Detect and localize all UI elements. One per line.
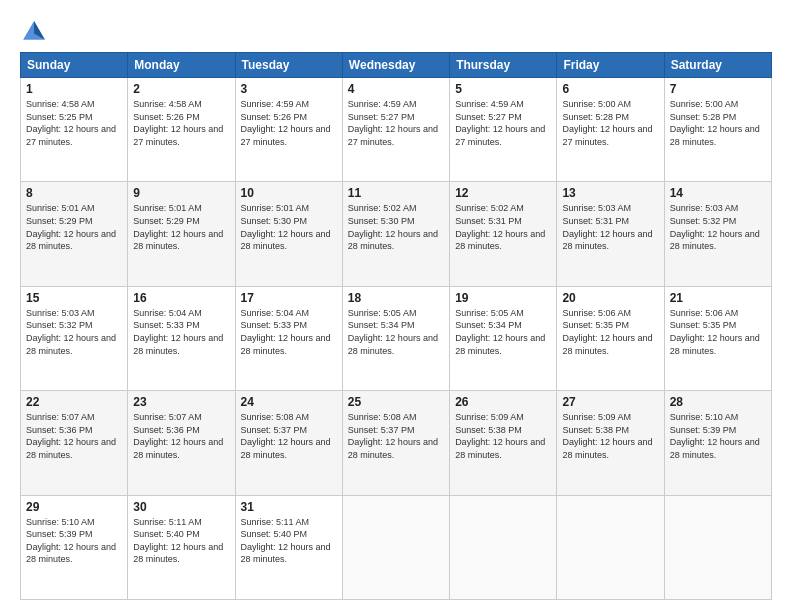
calendar-day-header: Tuesday: [235, 53, 342, 78]
calendar-day-cell: 7 Sunrise: 5:00 AM Sunset: 5:28 PM Dayli…: [664, 78, 771, 182]
logo: [20, 18, 52, 46]
calendar-table: SundayMondayTuesdayWednesdayThursdayFrid…: [20, 52, 772, 600]
day-info: Sunrise: 5:08 AM Sunset: 5:37 PM Dayligh…: [241, 411, 337, 461]
page: SundayMondayTuesdayWednesdayThursdayFrid…: [0, 0, 792, 612]
day-number: 27: [562, 395, 658, 409]
day-number: 14: [670, 186, 766, 200]
calendar-day-cell: [557, 495, 664, 599]
day-info: Sunrise: 5:00 AM Sunset: 5:28 PM Dayligh…: [562, 98, 658, 148]
calendar-day-cell: 6 Sunrise: 5:00 AM Sunset: 5:28 PM Dayli…: [557, 78, 664, 182]
day-info: Sunrise: 5:03 AM Sunset: 5:31 PM Dayligh…: [562, 202, 658, 252]
calendar-day-cell: 30 Sunrise: 5:11 AM Sunset: 5:40 PM Dayl…: [128, 495, 235, 599]
day-number: 1: [26, 82, 122, 96]
day-number: 25: [348, 395, 444, 409]
day-number: 2: [133, 82, 229, 96]
day-number: 11: [348, 186, 444, 200]
day-info: Sunrise: 5:00 AM Sunset: 5:28 PM Dayligh…: [670, 98, 766, 148]
calendar-day-cell: [664, 495, 771, 599]
day-number: 19: [455, 291, 551, 305]
day-info: Sunrise: 4:59 AM Sunset: 5:27 PM Dayligh…: [455, 98, 551, 148]
day-info: Sunrise: 5:01 AM Sunset: 5:29 PM Dayligh…: [26, 202, 122, 252]
calendar-day-cell: [450, 495, 557, 599]
day-number: 8: [26, 186, 122, 200]
day-info: Sunrise: 5:08 AM Sunset: 5:37 PM Dayligh…: [348, 411, 444, 461]
day-number: 7: [670, 82, 766, 96]
day-info: Sunrise: 5:03 AM Sunset: 5:32 PM Dayligh…: [670, 202, 766, 252]
day-info: Sunrise: 4:58 AM Sunset: 5:26 PM Dayligh…: [133, 98, 229, 148]
calendar-day-cell: 1 Sunrise: 4:58 AM Sunset: 5:25 PM Dayli…: [21, 78, 128, 182]
calendar-day-cell: 8 Sunrise: 5:01 AM Sunset: 5:29 PM Dayli…: [21, 182, 128, 286]
day-number: 3: [241, 82, 337, 96]
day-number: 13: [562, 186, 658, 200]
day-number: 26: [455, 395, 551, 409]
day-info: Sunrise: 5:02 AM Sunset: 5:31 PM Dayligh…: [455, 202, 551, 252]
calendar-day-cell: 23 Sunrise: 5:07 AM Sunset: 5:36 PM Dayl…: [128, 391, 235, 495]
calendar-day-cell: 16 Sunrise: 5:04 AM Sunset: 5:33 PM Dayl…: [128, 286, 235, 390]
calendar-week-row: 29 Sunrise: 5:10 AM Sunset: 5:39 PM Dayl…: [21, 495, 772, 599]
day-number: 17: [241, 291, 337, 305]
day-info: Sunrise: 5:01 AM Sunset: 5:29 PM Dayligh…: [133, 202, 229, 252]
day-info: Sunrise: 5:04 AM Sunset: 5:33 PM Dayligh…: [241, 307, 337, 357]
calendar-day-cell: 14 Sunrise: 5:03 AM Sunset: 5:32 PM Dayl…: [664, 182, 771, 286]
day-number: 18: [348, 291, 444, 305]
calendar-day-cell: 22 Sunrise: 5:07 AM Sunset: 5:36 PM Dayl…: [21, 391, 128, 495]
day-info: Sunrise: 5:06 AM Sunset: 5:35 PM Dayligh…: [670, 307, 766, 357]
calendar-day-header: Monday: [128, 53, 235, 78]
day-number: 23: [133, 395, 229, 409]
calendar-day-cell: 5 Sunrise: 4:59 AM Sunset: 5:27 PM Dayli…: [450, 78, 557, 182]
day-number: 31: [241, 500, 337, 514]
day-info: Sunrise: 5:10 AM Sunset: 5:39 PM Dayligh…: [670, 411, 766, 461]
calendar-day-header: Sunday: [21, 53, 128, 78]
calendar-day-cell: 27 Sunrise: 5:09 AM Sunset: 5:38 PM Dayl…: [557, 391, 664, 495]
day-info: Sunrise: 4:58 AM Sunset: 5:25 PM Dayligh…: [26, 98, 122, 148]
day-info: Sunrise: 5:11 AM Sunset: 5:40 PM Dayligh…: [133, 516, 229, 566]
calendar-day-cell: 29 Sunrise: 5:10 AM Sunset: 5:39 PM Dayl…: [21, 495, 128, 599]
day-number: 4: [348, 82, 444, 96]
day-number: 24: [241, 395, 337, 409]
day-number: 6: [562, 82, 658, 96]
calendar-day-cell: 2 Sunrise: 4:58 AM Sunset: 5:26 PM Dayli…: [128, 78, 235, 182]
calendar-day-cell: 19 Sunrise: 5:05 AM Sunset: 5:34 PM Dayl…: [450, 286, 557, 390]
calendar-week-row: 15 Sunrise: 5:03 AM Sunset: 5:32 PM Dayl…: [21, 286, 772, 390]
calendar-day-header: Wednesday: [342, 53, 449, 78]
day-info: Sunrise: 5:01 AM Sunset: 5:30 PM Dayligh…: [241, 202, 337, 252]
calendar-day-cell: [342, 495, 449, 599]
calendar-day-header: Saturday: [664, 53, 771, 78]
day-info: Sunrise: 5:09 AM Sunset: 5:38 PM Dayligh…: [562, 411, 658, 461]
calendar-day-cell: 12 Sunrise: 5:02 AM Sunset: 5:31 PM Dayl…: [450, 182, 557, 286]
day-number: 15: [26, 291, 122, 305]
day-info: Sunrise: 5:06 AM Sunset: 5:35 PM Dayligh…: [562, 307, 658, 357]
day-number: 22: [26, 395, 122, 409]
day-info: Sunrise: 5:07 AM Sunset: 5:36 PM Dayligh…: [133, 411, 229, 461]
day-number: 16: [133, 291, 229, 305]
calendar-week-row: 1 Sunrise: 4:58 AM Sunset: 5:25 PM Dayli…: [21, 78, 772, 182]
day-info: Sunrise: 5:02 AM Sunset: 5:30 PM Dayligh…: [348, 202, 444, 252]
day-info: Sunrise: 4:59 AM Sunset: 5:27 PM Dayligh…: [348, 98, 444, 148]
calendar-header-row: SundayMondayTuesdayWednesdayThursdayFrid…: [21, 53, 772, 78]
calendar-week-row: 8 Sunrise: 5:01 AM Sunset: 5:29 PM Dayli…: [21, 182, 772, 286]
day-info: Sunrise: 5:09 AM Sunset: 5:38 PM Dayligh…: [455, 411, 551, 461]
calendar-day-cell: 3 Sunrise: 4:59 AM Sunset: 5:26 PM Dayli…: [235, 78, 342, 182]
day-number: 30: [133, 500, 229, 514]
calendar-day-cell: 15 Sunrise: 5:03 AM Sunset: 5:32 PM Dayl…: [21, 286, 128, 390]
calendar-day-header: Thursday: [450, 53, 557, 78]
day-info: Sunrise: 5:07 AM Sunset: 5:36 PM Dayligh…: [26, 411, 122, 461]
day-number: 10: [241, 186, 337, 200]
calendar-day-cell: 13 Sunrise: 5:03 AM Sunset: 5:31 PM Dayl…: [557, 182, 664, 286]
calendar-day-cell: 17 Sunrise: 5:04 AM Sunset: 5:33 PM Dayl…: [235, 286, 342, 390]
day-number: 9: [133, 186, 229, 200]
logo-icon: [20, 18, 48, 46]
day-info: Sunrise: 5:05 AM Sunset: 5:34 PM Dayligh…: [455, 307, 551, 357]
calendar-day-cell: 10 Sunrise: 5:01 AM Sunset: 5:30 PM Dayl…: [235, 182, 342, 286]
day-number: 28: [670, 395, 766, 409]
calendar-day-cell: 26 Sunrise: 5:09 AM Sunset: 5:38 PM Dayl…: [450, 391, 557, 495]
day-info: Sunrise: 5:05 AM Sunset: 5:34 PM Dayligh…: [348, 307, 444, 357]
calendar-day-cell: 24 Sunrise: 5:08 AM Sunset: 5:37 PM Dayl…: [235, 391, 342, 495]
day-number: 5: [455, 82, 551, 96]
calendar-week-row: 22 Sunrise: 5:07 AM Sunset: 5:36 PM Dayl…: [21, 391, 772, 495]
calendar-day-header: Friday: [557, 53, 664, 78]
calendar-day-cell: 11 Sunrise: 5:02 AM Sunset: 5:30 PM Dayl…: [342, 182, 449, 286]
calendar-day-cell: 4 Sunrise: 4:59 AM Sunset: 5:27 PM Dayli…: [342, 78, 449, 182]
header: [20, 18, 772, 46]
calendar-day-cell: 18 Sunrise: 5:05 AM Sunset: 5:34 PM Dayl…: [342, 286, 449, 390]
